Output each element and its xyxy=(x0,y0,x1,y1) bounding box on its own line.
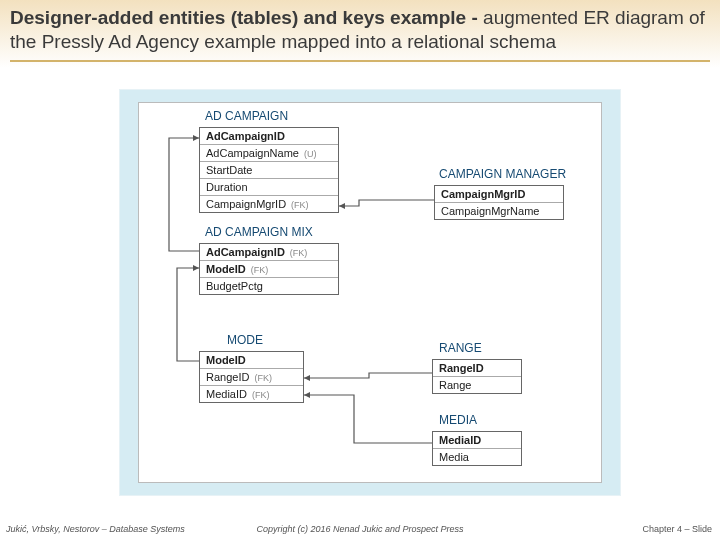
column-name: BudgetPctg xyxy=(206,280,263,292)
table-row: BudgetPctg xyxy=(200,278,338,294)
column-name: Range xyxy=(439,379,471,391)
table-row: CampaignMgrID(FK) xyxy=(200,196,338,212)
table-row: ModeID(FK) xyxy=(200,261,338,278)
table-row: CampaignMgrID xyxy=(435,186,563,203)
table-row: CampaignMgrName xyxy=(435,203,563,219)
table-mode: ModeIDRangeID(FK)MediaID(FK) xyxy=(199,351,304,403)
diagram-inner: AD CAMPAIGN AdCampaignIDAdCampaignName(U… xyxy=(138,102,602,483)
table-label-ad-campaign: AD CAMPAIGN xyxy=(205,109,288,123)
footer-right: Chapter 4 – Slide xyxy=(642,524,712,534)
table-row: StartDate xyxy=(200,162,338,179)
table-row: MediaID xyxy=(433,432,521,449)
table-label-mode: MODE xyxy=(227,333,263,347)
table-row: Duration xyxy=(200,179,338,196)
table-row: MediaID(FK) xyxy=(200,386,303,402)
slide-title: Designer-added entities (tables) and key… xyxy=(10,6,710,54)
title-bold: Designer-added entities (tables) and key… xyxy=(10,7,466,28)
table-row: ModeID xyxy=(200,352,303,369)
table-ad-campaign-mix: AdCampaignID(FK)ModeID(FK)BudgetPctg xyxy=(199,243,339,295)
table-range: RangeIDRange xyxy=(432,359,522,394)
table-row: AdCampaignID(FK) xyxy=(200,244,338,261)
svg-marker-3 xyxy=(304,375,310,381)
column-annotation: (FK) xyxy=(251,265,269,275)
title-sep: - xyxy=(466,7,483,28)
column-annotation: (FK) xyxy=(254,373,272,383)
column-annotation: (FK) xyxy=(291,200,309,210)
table-campaign-manager: CampaignMgrIDCampaignMgrName xyxy=(434,185,564,220)
table-row: Range xyxy=(433,377,521,393)
svg-marker-4 xyxy=(304,392,310,398)
column-name: StartDate xyxy=(206,164,252,176)
table-row: RangeID(FK) xyxy=(200,369,303,386)
column-name: RangeID xyxy=(206,371,249,383)
svg-marker-2 xyxy=(339,203,345,209)
column-name: AdCampaignID xyxy=(206,246,285,258)
table-label-ad-campaign-mix: AD CAMPAIGN MIX xyxy=(205,225,313,239)
table-row: RangeID xyxy=(433,360,521,377)
column-name: MediaID xyxy=(206,388,247,400)
divider xyxy=(10,60,710,62)
table-row: AdCampaignName(U) xyxy=(200,145,338,162)
table-label-range: RANGE xyxy=(439,341,482,355)
column-annotation: (FK) xyxy=(252,390,270,400)
footer: Jukić, Vrbsky, Nestorov – Database Syste… xyxy=(0,518,720,540)
table-label-campaign-manager: CAMPAIGN MANAGER xyxy=(439,167,566,181)
table-row: Media xyxy=(433,449,521,465)
column-name: AdCampaignName xyxy=(206,147,299,159)
column-name: MediaID xyxy=(439,434,481,446)
column-name: AdCampaignID xyxy=(206,130,285,142)
column-annotation: (U) xyxy=(304,149,317,159)
footer-center: Copyright (c) 2016 Nenad Jukic and Prosp… xyxy=(0,524,720,534)
table-ad-campaign: AdCampaignIDAdCampaignName(U)StartDateDu… xyxy=(199,127,339,213)
column-name: ModeID xyxy=(206,354,246,366)
column-name: Media xyxy=(439,451,469,463)
table-row: AdCampaignID xyxy=(200,128,338,145)
column-name: CampaignMgrID xyxy=(206,198,286,210)
column-annotation: (FK) xyxy=(290,248,308,258)
diagram-canvas: AD CAMPAIGN AdCampaignIDAdCampaignName(U… xyxy=(120,90,620,495)
column-name: Duration xyxy=(206,181,248,193)
column-name: RangeID xyxy=(439,362,484,374)
column-name: CampaignMgrID xyxy=(441,188,525,200)
table-media: MediaIDMedia xyxy=(432,431,522,466)
column-name: ModeID xyxy=(206,263,246,275)
column-name: CampaignMgrName xyxy=(441,205,539,217)
table-label-media: MEDIA xyxy=(439,413,477,427)
